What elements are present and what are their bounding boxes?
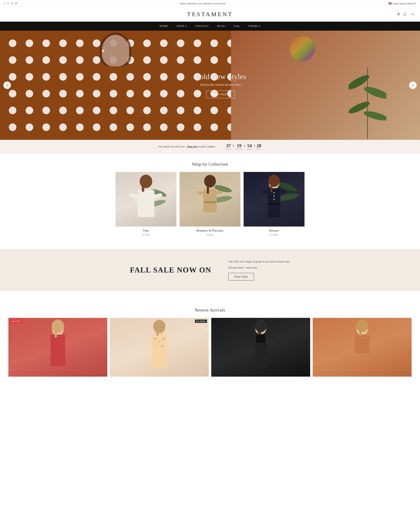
rompers-figure-svg: [180, 172, 240, 227]
collection-count-rompers: 9 items: [180, 233, 240, 236]
collection-image-dresses: [244, 172, 305, 227]
nav-item-faq[interactable]: FAQ: [234, 25, 240, 28]
svg-rect-12: [142, 183, 144, 192]
timer-mins-unit: 54 Mins: [247, 143, 253, 150]
arrival-badge-sale: Save 22%: [10, 320, 22, 323]
facebook-icon[interactable]: f: [4, 2, 5, 5]
arrivals-title: Newest Arrivals: [9, 308, 411, 313]
arrival-image-4: [313, 318, 411, 377]
countdown-shop-link[interactable]: Shop now: [187, 145, 197, 148]
svg-point-11: [140, 175, 152, 188]
svg-point-36: [52, 320, 64, 333]
svg-rect-33: [271, 183, 272, 192]
collection-name-dresses: Dresses: [244, 229, 305, 232]
site-header: TESTAMENT ⚲ ☖ ○ 0: [0, 7, 420, 22]
nav-shop-label: SHOP: [177, 25, 184, 28]
region-chevron-icon: ▾: [415, 2, 416, 5]
nav-home-label: HOME: [160, 25, 168, 28]
nav-faq-label: FAQ: [234, 25, 240, 28]
svg-rect-55: [355, 335, 370, 336]
hero-prev-button[interactable]: ‹: [3, 81, 11, 89]
collection-card-dresses[interactable]: Dresses 13 items: [244, 172, 305, 236]
timer-hours-unit: 19 Hours: [236, 143, 243, 150]
svg-point-26: [273, 192, 275, 193]
arrival-card-2[interactable]: Pre Order: [110, 318, 209, 377]
twitter-icon[interactable]: 𝕏: [11, 2, 13, 5]
timer-mins-value: 54: [247, 143, 253, 148]
svg-rect-30: [262, 190, 268, 193]
hero-title: Bold New Styles: [195, 72, 246, 81]
svg-point-58: [356, 319, 368, 332]
dresses-figure-svg: [244, 172, 305, 227]
collection-name-tops: Tops: [115, 229, 176, 232]
instagram-icon[interactable]: ☉: [7, 2, 9, 5]
sale-title: FALL SALE NOW ON: [130, 266, 211, 274]
region-selector[interactable]: 🇺🇸 United States (USD $) ▾: [388, 2, 416, 5]
sale-banner: FALL SALE NOW ON Take 50% off a range of…: [0, 249, 420, 291]
timer-days-label: Days: [226, 148, 231, 150]
site-logo[interactable]: TESTAMENT: [142, 11, 278, 18]
hero-next-button[interactable]: ›: [409, 81, 417, 89]
svg-rect-39: [152, 334, 167, 368]
timer-separator-1: :: [233, 143, 234, 150]
svg-point-51: [255, 320, 267, 332]
svg-point-45: [153, 320, 166, 333]
sale-description-line1: Take 50% off a range of goods in our end…: [228, 260, 290, 264]
timer-secs-value: 28: [256, 143, 262, 148]
timer-days-value: 37: [226, 143, 231, 148]
collection-card-rompers[interactable]: Rompers & Playsuits 9 items: [180, 172, 240, 236]
collection-card-tops[interactable]: Tops 14 items: [115, 172, 176, 236]
sale-cta-button[interactable]: Shop Sale: [228, 273, 254, 280]
arrival-image-1: Save 22%: [9, 318, 107, 377]
countdown-text: Our annual sale ends soon - Shop now to …: [158, 145, 215, 148]
nav-item-blog[interactable]: BLOG: [217, 25, 226, 28]
shipping-message: FREE SHIPPING ON ORDERS OVER $199: [180, 2, 226, 5]
svg-rect-21: [207, 183, 209, 194]
social-links[interactable]: f ☉ 𝕏 𝒫: [4, 2, 17, 5]
svg-rect-8: [138, 190, 154, 217]
arrival-card-4[interactable]: [313, 318, 411, 377]
svg-rect-59: [359, 328, 361, 337]
arrival-card-3[interactable]: [211, 318, 310, 377]
timer-days-unit: 37 Days: [226, 143, 231, 150]
svg-point-20: [204, 175, 216, 187]
arrival-figure-1: [9, 318, 107, 377]
countdown-banner: Our annual sale ends soon - Shop now to …: [0, 140, 420, 153]
timer-mins-label: Mins: [247, 148, 253, 150]
nav-item-theme[interactable]: THEME ▾: [248, 25, 260, 28]
svg-rect-57: [355, 341, 370, 342]
arrival-image-3: [211, 318, 310, 377]
svg-point-41: [158, 341, 160, 343]
timer-secs-label: Secs: [256, 148, 262, 150]
pinterest-icon[interactable]: 𝒫: [15, 2, 17, 5]
svg-rect-31: [280, 190, 286, 193]
collection-image-rompers: [180, 172, 240, 227]
theme-dropdown-icon: ▾: [259, 25, 261, 27]
svg-point-44: [161, 345, 164, 348]
collections-section: Shop by Collection: [0, 162, 420, 245]
cart-count-label: 0: [412, 13, 414, 16]
sale-details: Take 50% off a range of goods in our end…: [228, 260, 290, 280]
svg-rect-17: [204, 201, 216, 203]
arrival-figure-4: [313, 318, 411, 377]
hero-prev-icon: ‹: [7, 83, 8, 87]
hero-next-icon: ›: [412, 83, 413, 87]
svg-point-4: [363, 109, 386, 122]
cart-icon[interactable]: ○ 0: [410, 13, 414, 16]
newest-arrivals-section: Newest Arrivals Save 22% Pre Order: [0, 295, 420, 385]
hero-section: Bold New Styles Explore this seasons new…: [0, 31, 420, 140]
account-icon[interactable]: ☖: [403, 12, 407, 17]
nav-item-home[interactable]: HOME: [160, 25, 168, 28]
nav-item-contact[interactable]: CONTACT: [195, 25, 209, 28]
svg-rect-46: [157, 328, 158, 336]
sale-description-line2: All sales final - ends soon!: [228, 266, 290, 270]
arrival-card-1[interactable]: Save 22%: [9, 318, 107, 377]
svg-rect-37: [55, 328, 57, 338]
search-icon[interactable]: ⚲: [397, 12, 400, 17]
countdown-text-after: to grab a bargain: [198, 145, 215, 148]
nav-item-shop[interactable]: SHOP ▾: [177, 25, 186, 28]
svg-point-40: [154, 338, 157, 340]
collection-count-dresses: 13 items: [244, 233, 305, 236]
hero-cta-button[interactable]: Shop Rust: [206, 91, 235, 98]
nav-theme-label: THEME: [248, 25, 258, 28]
